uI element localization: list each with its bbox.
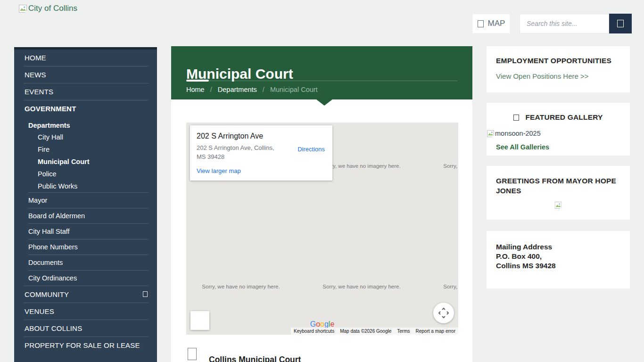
map-place-address: 202 S Arrington Ave, Collins, MS 39428 xyxy=(197,144,281,162)
sidebar-item-community[interactable]: COMMUNITY xyxy=(24,286,149,303)
map-no-imagery-text: Sorry, we have no imagery here. xyxy=(202,284,280,289)
sidebar-item-about-collins[interactable]: ABOUT COLLINS xyxy=(24,320,149,337)
pan-arrows-icon xyxy=(438,307,450,319)
sidebar-item-property-for-sale-or-lease[interactable]: PROPERTY FOR SALE OR LEASE xyxy=(24,337,149,354)
sidebar-item-events[interactable]: EVENTS xyxy=(24,83,149,100)
view-open-positions-link[interactable]: View Open Positions Here >> xyxy=(496,72,620,80)
broken-image-icon xyxy=(555,202,562,209)
title-divider xyxy=(186,81,457,81)
search-input[interactable] xyxy=(520,14,609,33)
sidebar-item-government[interactable]: GOVERNMENT xyxy=(24,100,149,117)
google-letter: g xyxy=(324,320,329,328)
directions-link[interactable]: Directions xyxy=(297,146,325,153)
map-control-placeholder[interactable] xyxy=(190,311,209,330)
mayor-greetings-card: GREETINGS FROM MAYOR HOPE JONES xyxy=(487,166,630,220)
sidebar-item-venues[interactable]: VENUES xyxy=(24,303,149,320)
google-letter: o xyxy=(320,320,324,328)
see-all-galleries-link[interactable]: See All Galleries xyxy=(496,143,549,151)
submenu-item-public-works[interactable]: Public Works xyxy=(38,180,149,192)
map-button-label: MAP xyxy=(488,19,505,28)
map-button[interactable]: MAP xyxy=(472,14,510,33)
submenu-item-fire[interactable]: Fire xyxy=(38,143,149,156)
featured-gallery-card: FEATURED GALLERY monsoon-2025 See All Ga… xyxy=(487,103,630,156)
submenu-item-municipal-court[interactable]: Municipal Court xyxy=(38,156,149,168)
map-no-imagery-text: Sorry, we have no imagery here. xyxy=(443,163,458,169)
main-content: Municipal Court Home / Departments / Mun… xyxy=(171,46,472,362)
title-divider-accent xyxy=(186,80,209,82)
map-no-imagery-text: Sorry, we have no imagery here. xyxy=(443,284,458,289)
map-info-card: 202 S Arrington Ave 202 S Arrington Ave,… xyxy=(190,125,332,181)
list-marker-icon xyxy=(188,348,197,360)
breadcrumb-separator: / xyxy=(263,86,264,93)
government-submenu: Departments City Hall Fire Municipal Cou… xyxy=(14,119,157,286)
broken-image-icon xyxy=(487,130,494,137)
breadcrumb-current: Municipal Court xyxy=(270,86,318,93)
google-letter: e xyxy=(330,320,334,328)
mailing-address-city: Collins MS 39428 xyxy=(496,261,620,271)
map-no-imagery-text: Sorry, we have no imagery here. xyxy=(322,163,400,169)
submenu-item-documents[interactable]: Documents xyxy=(28,255,149,270)
broken-image-icon xyxy=(19,5,27,13)
logo-text: City of Collins xyxy=(28,4,77,13)
header-pointer-arrow xyxy=(316,99,332,106)
map-icon xyxy=(478,20,484,27)
google-letter: G xyxy=(310,320,316,328)
sidebar-item-home[interactable]: HOME xyxy=(24,49,149,66)
submenu-item-departments[interactable]: Departments xyxy=(28,119,149,131)
featured-gallery-header: FEATURED GALLERY xyxy=(487,103,630,122)
view-larger-map-link[interactable]: View larger map xyxy=(197,167,241,174)
map-attribution: Keyboard shortcuts Map data ©2026 Google… xyxy=(291,328,458,335)
breadcrumb-separator: / xyxy=(210,86,212,93)
submenu-item-board-of-aldermen[interactable]: Board of Aldermen xyxy=(28,208,149,223)
breadcrumb: Home / Departments / Municipal Court xyxy=(186,86,318,93)
gallery-item-label: monsoon-2025 xyxy=(495,130,541,137)
chevron-down-icon xyxy=(143,291,148,297)
map-place-title: 202 S Arrington Ave xyxy=(197,132,326,140)
sidebar-item-community-label: COMMUNITY xyxy=(25,290,69,298)
gallery-icon xyxy=(513,115,519,121)
keyboard-shortcuts-link[interactable]: Keyboard shortcuts xyxy=(291,328,337,335)
site-search xyxy=(520,14,632,33)
submenu-item-phone-numbers[interactable]: Phone Numbers xyxy=(28,239,149,255)
map-data-text: Map data ©2026 Google xyxy=(337,328,394,335)
google-map-embed[interactable]: Sorry, we have no imagery here. Sorry, w… xyxy=(186,123,458,335)
gallery-item-monsoon-2025[interactable]: monsoon-2025 xyxy=(487,130,541,137)
employment-title: EMPLOYMENT OPPORTUNITIES xyxy=(496,57,620,65)
page-header-banner: Municipal Court Home / Departments / Mun… xyxy=(171,46,472,99)
terms-link[interactable]: Terms xyxy=(394,328,413,335)
mailing-address-po-box: P.O. Box 400, xyxy=(496,252,620,261)
search-button[interactable] xyxy=(609,14,632,33)
submenu-item-city-hall-staff[interactable]: City Hall Staff xyxy=(28,223,149,239)
mailing-address-label: Mailing Address xyxy=(496,242,620,252)
search-icon xyxy=(617,20,624,27)
breadcrumb-departments[interactable]: Departments xyxy=(218,86,257,93)
featured-gallery-title: FEATURED GALLERY xyxy=(525,113,603,122)
main-navigation: HOME NEWS EVENTS GOVERNMENT Departments … xyxy=(14,47,157,362)
sidebar-item-news[interactable]: NEWS xyxy=(24,66,149,83)
submenu-item-city-hall[interactable]: City Hall xyxy=(38,131,149,143)
map-pan-control[interactable] xyxy=(433,303,454,323)
submenu-item-police[interactable]: Police xyxy=(38,168,149,180)
mayor-greetings-title: GREETINGS FROM MAYOR HOPE JONES xyxy=(496,176,620,196)
content-heading: Collins Municipal Court xyxy=(209,355,301,362)
submenu-item-mayor[interactable]: Mayor xyxy=(28,192,149,208)
employment-opportunities-card: EMPLOYMENT OPPORTUNITIES View Open Posit… xyxy=(487,46,630,92)
site-logo[interactable]: City of Collins xyxy=(19,4,77,13)
breadcrumb-home[interactable]: Home xyxy=(186,86,205,93)
map-no-imagery-text: Sorry, we have no imagery here. xyxy=(322,284,400,289)
report-map-error-link[interactable]: Report a map error xyxy=(413,328,458,335)
mailing-address-card: Mailing Address P.O. Box 400, Collins MS… xyxy=(487,231,630,288)
submenu-item-city-ordinances[interactable]: City Ordinances xyxy=(28,270,149,286)
